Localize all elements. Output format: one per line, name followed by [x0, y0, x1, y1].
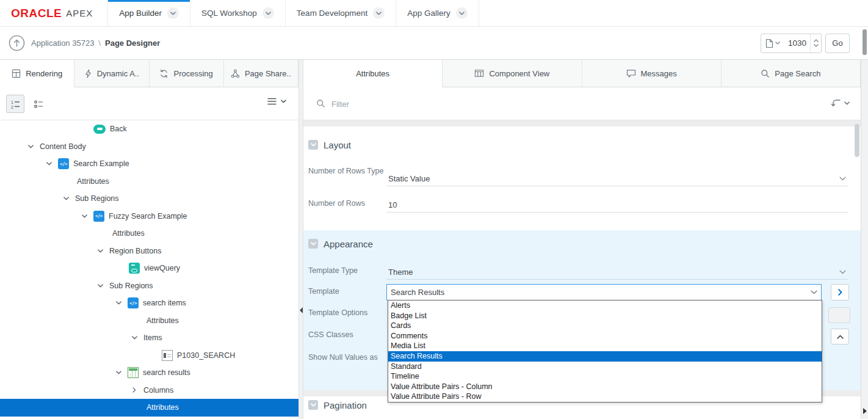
chevron-down-icon[interactable] [25, 145, 36, 148]
tree-item-sub-regions[interactable]: Sub Regions [0, 277, 298, 295]
tab-processing[interactable]: Processing [150, 60, 224, 87]
collapse-section-icon[interactable] [308, 239, 318, 249]
template-combobox[interactable]: Search Results [386, 284, 822, 301]
template-quick-pick-button[interactable] [831, 284, 849, 301]
filter-input[interactable] [331, 95, 588, 113]
chevron-down-icon[interactable] [113, 301, 124, 305]
nav-tab-sql-workshop[interactable]: SQL Workshop [190, 0, 286, 26]
page-finder-icon[interactable] [761, 38, 784, 48]
tab-rendering[interactable]: Rendering [0, 60, 74, 87]
nav-tab-team-development[interactable]: Team Development [286, 0, 396, 26]
chevron-down-icon[interactable] [373, 7, 385, 19]
tree-item-sub-regions[interactable]: Sub Regions [0, 190, 298, 208]
nav-tab-app-gallery[interactable]: App Gallery [396, 0, 479, 26]
nav-tab-label: App Gallery [407, 9, 450, 18]
tree-item-attributes[interactable]: Attributes [0, 173, 298, 191]
left-panel-tabs: RenderingDynamic A..ProcessingPage Share… [0, 60, 298, 87]
dropdown-option-search-results[interactable]: Search Results [388, 351, 822, 362]
tree-item-fuzzy-search-example[interactable]: </>Fuzzy Search Example [0, 208, 298, 225]
tree-item-search-results[interactable]: search results [0, 364, 298, 382]
dropdown-option-standard[interactable]: Standard [388, 362, 822, 372]
page-stepper[interactable] [810, 34, 821, 53]
panel-splitter[interactable] [298, 60, 303, 419]
tree-toolbar: 12 [0, 87, 298, 120]
number-of-rows-type-select[interactable]: Static Value [386, 172, 848, 186]
chevron-down-icon[interactable] [95, 249, 106, 253]
nav-tab-label: App Builder [119, 9, 162, 18]
tree-item-back[interactable]: Back [0, 120, 298, 138]
chevron-down-icon[interactable] [43, 162, 54, 166]
tree-menu-button[interactable] [267, 98, 286, 105]
tree-item-search-items[interactable]: </>search items [0, 294, 298, 312]
processing-icon [159, 69, 168, 78]
page-number-input[interactable]: 1030 [784, 38, 810, 48]
dropdown-option-value-attribute-pairs-row[interactable]: Value Attribute Pairs - Row [388, 392, 822, 402]
chevron-down-icon[interactable] [129, 336, 140, 340]
tree-item-attributes[interactable]: Attributes [0, 399, 298, 417]
page-scrollbar-thumb[interactable] [863, 29, 867, 55]
go-to-group-button[interactable] [831, 98, 850, 107]
chevron-down-icon[interactable] [79, 214, 90, 218]
tree-item-search-example[interactable]: </>Search Example [0, 155, 298, 173]
chevron-down-icon[interactable] [167, 7, 179, 19]
numbered-list-icon[interactable]: 12 [6, 95, 24, 113]
chevron-down-icon[interactable] [262, 7, 274, 19]
collapse-section-icon[interactable] [308, 140, 318, 150]
tree-item-label: viewQuery [144, 264, 180, 272]
tree-item-label: Columns [143, 386, 173, 395]
breadcrumb-application[interactable]: Application 35723 [31, 38, 94, 48]
page-finder-box: 1030 [761, 34, 822, 53]
svg-text:1: 1 [11, 100, 13, 104]
up-arrow-icon[interactable] [9, 35, 25, 51]
collapse-section-icon[interactable] [308, 400, 318, 410]
tree-item-item[interactable] [0, 417, 298, 419]
chevron-down-icon[interactable] [113, 371, 124, 374]
section-header-layout[interactable]: Layout [308, 139, 351, 151]
tree-item-viewquery[interactable]: viewQuery [0, 260, 298, 277]
chevron-down-icon [844, 101, 850, 105]
dropdown-option-timeline[interactable]: Timeline [388, 371, 822, 382]
template-type-select[interactable]: Theme [386, 265, 848, 280]
tree-item-columns[interactable]: Columns [0, 382, 298, 399]
tree-item-label: Sub Regions [109, 282, 153, 290]
property-scrollbar-thumb[interactable] [855, 124, 859, 157]
collapse-right-icon[interactable] [863, 408, 867, 414]
tree-item-attributes[interactable]: Attributes [0, 312, 298, 330]
tab-attributes[interactable]: Attributes [303, 60, 443, 87]
collapse-left-icon[interactable] [300, 307, 303, 313]
go-button[interactable]: Go [825, 34, 850, 53]
section-header-appearance[interactable]: Appearance [308, 238, 373, 250]
dropdown-option-media-list[interactable]: Media List [388, 341, 822, 351]
section-header-pagination[interactable]: Pagination [308, 399, 367, 411]
tree-item-content-body[interactable]: Content Body [0, 138, 298, 156]
chevron-down-icon [811, 290, 817, 294]
css-classes-lov-button[interactable] [831, 329, 849, 344]
tab-page-search[interactable]: Page Search [722, 60, 861, 87]
chevron-right-icon[interactable] [129, 387, 140, 393]
tree-item-label: Region Buttons [109, 247, 161, 255]
dropdown-option-badge-list[interactable]: Badge List [388, 311, 822, 321]
chevron-down-icon[interactable] [95, 284, 106, 288]
nav-tab-app-builder[interactable]: App Builder [108, 0, 190, 26]
outline-list-icon[interactable] [29, 95, 48, 113]
dropdown-option-value-attribute-pairs-column[interactable]: Value Attribute Pairs - Column [388, 382, 822, 392]
tree-item-items[interactable]: Items [0, 329, 298, 347]
chevron-down-icon [281, 100, 286, 103]
dropdown-option-comments[interactable]: Comments [388, 331, 822, 341]
nav-tab-label: Team Development [297, 9, 367, 18]
tree-item-label: Fuzzy Search Example [109, 212, 187, 220]
number-of-rows-input[interactable]: 10 [386, 198, 848, 213]
tree-item-label: Search Example [73, 159, 129, 168]
tab-component-view[interactable]: Component View [443, 60, 582, 87]
tab-dynamic-a[interactable]: Dynamic A.. [74, 60, 149, 87]
tree-item-attributes[interactable]: Attributes [0, 225, 298, 242]
tab-messages[interactable]: Messages [582, 60, 722, 87]
template-options-button[interactable] [828, 307, 850, 323]
dropdown-option-alerts[interactable]: Alerts [388, 301, 822, 311]
chevron-down-icon[interactable] [60, 197, 71, 200]
tree-item-p1030-search[interactable]: P1030_SEARCH [0, 347, 298, 365]
dropdown-option-cards[interactable]: Cards [388, 321, 822, 331]
chevron-down-icon[interactable] [456, 7, 468, 19]
tab-page-share[interactable]: Page Share.. [224, 60, 298, 87]
tree-item-region-buttons[interactable]: Region Buttons [0, 242, 298, 260]
